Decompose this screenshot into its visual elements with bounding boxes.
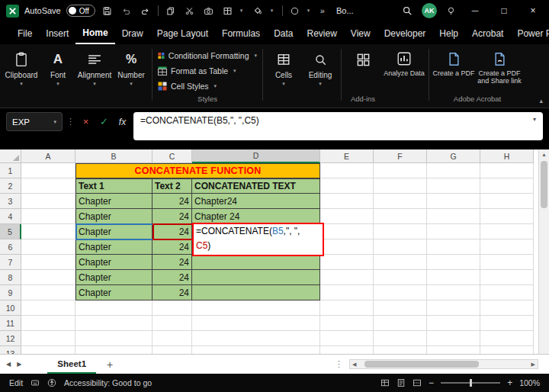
cell-F2[interactable] — [374, 178, 427, 194]
cell-F3[interactable] — [374, 194, 427, 209]
cell-C4[interactable]: 24 — [152, 209, 192, 224]
chevron-down-icon[interactable]: ▾ — [307, 8, 313, 14]
macro-record-icon[interactable] — [30, 378, 40, 387]
sheet-nav-right-icon[interactable]: ▶ — [17, 361, 21, 368]
cell-H10[interactable] — [480, 300, 534, 316]
cell-A10[interactable] — [21, 300, 75, 316]
cell-G4[interactable] — [427, 209, 480, 224]
cell-B2[interactable]: Text 1 — [75, 178, 152, 194]
chevron-down-icon[interactable]: ▾ — [271, 8, 277, 14]
cell-H12[interactable] — [480, 331, 534, 346]
cell-H9[interactable] — [480, 285, 534, 300]
row-header-1[interactable]: 1 — [0, 163, 21, 178]
editing-cell-D5[interactable]: =CONCATENATE(B5,", ", C5) — [192, 223, 324, 256]
font-group-button[interactable]: A Font ▾ — [40, 47, 76, 103]
cell-G3[interactable] — [427, 194, 480, 209]
cell-H4[interactable] — [480, 209, 534, 224]
editing-group-button[interactable]: Editing ▾ — [302, 47, 339, 103]
menu-data[interactable]: Data — [267, 23, 300, 43]
row-header-3[interactable]: 3 — [0, 194, 21, 209]
sheet-nav-left-icon[interactable]: ◀ — [6, 361, 11, 368]
cell-B8[interactable]: Chapter — [75, 270, 152, 285]
format-as-table-button[interactable]: Format as Table ▾ — [155, 63, 260, 79]
zoom-in-button[interactable]: + — [507, 378, 512, 388]
collapse-ribbon-icon[interactable]: ▴ — [539, 97, 543, 104]
page-break-view-icon[interactable] — [413, 378, 422, 387]
cell-H13[interactable] — [480, 346, 534, 354]
row-header-6[interactable]: 6 — [0, 239, 21, 255]
circle-tool-icon[interactable] — [288, 3, 302, 18]
cell-C10[interactable] — [152, 300, 192, 316]
row-header-13[interactable]: 13 — [0, 346, 21, 354]
row-header-11[interactable]: 11 — [0, 316, 21, 331]
cell-A4[interactable] — [21, 209, 75, 224]
vertical-scrollbar[interactable]: ▲ — [538, 149, 549, 354]
cell-H3[interactable] — [480, 194, 534, 209]
sheetbar-options-icon[interactable]: ⋮ — [335, 359, 343, 369]
menu-draw[interactable]: Draw — [115, 23, 150, 43]
cell-H6[interactable] — [480, 239, 534, 255]
lightbulb-icon[interactable] — [446, 6, 456, 16]
cell-E11[interactable] — [320, 316, 374, 331]
cell-F1[interactable] — [374, 163, 427, 178]
sheet-tab-sheet1[interactable]: Sheet1 — [47, 355, 96, 374]
cell-G13[interactable] — [427, 346, 480, 354]
cell-B9[interactable]: Chapter — [75, 285, 152, 300]
cell-C3[interactable]: 24 — [152, 194, 192, 209]
cell-E3[interactable] — [320, 194, 374, 209]
cell-F4[interactable] — [374, 209, 427, 224]
cell-G10[interactable] — [427, 300, 480, 316]
scroll-right-icon[interactable]: ▶ — [529, 361, 538, 368]
vertical-scroll-thumb[interactable] — [541, 161, 547, 208]
cell-H8[interactable] — [480, 270, 534, 285]
cell-F7[interactable] — [374, 255, 427, 270]
menu-file[interactable]: File — [11, 23, 39, 43]
menu-power-pivot[interactable]: Power Pivot — [510, 23, 549, 43]
number-group-button[interactable]: % Number ▾ — [113, 47, 149, 103]
column-header-A[interactable]: A — [21, 149, 75, 163]
cell-C2[interactable]: Text 2 — [152, 178, 192, 194]
cell-C7[interactable]: 24 — [152, 255, 192, 270]
cell-B10[interactable] — [75, 300, 152, 316]
menu-page-layout[interactable]: Page Layout — [150, 23, 215, 43]
cell-F13[interactable] — [374, 346, 427, 354]
cell-A1[interactable] — [21, 163, 75, 178]
cell-D10[interactable] — [192, 300, 320, 316]
row-header-4[interactable]: 4 — [0, 209, 21, 224]
chevron-down-icon[interactable]: ▾ — [240, 8, 246, 14]
cell-C6[interactable]: 24 — [152, 239, 192, 255]
merged-title-cell-B1-D1[interactable]: CONCATENATE FUNCTION — [75, 163, 320, 178]
fill-color-icon[interactable] — [252, 3, 265, 18]
cell-B7[interactable]: Chapter — [75, 255, 152, 270]
cell-C11[interactable] — [152, 316, 192, 331]
row-header-12[interactable]: 12 — [0, 331, 21, 346]
cell-A9[interactable] — [21, 285, 75, 300]
cell-G11[interactable] — [427, 316, 480, 331]
cell-C8[interactable]: 24 — [152, 270, 192, 285]
autosave-toggle[interactable]: Off — [66, 5, 95, 17]
row-header-7[interactable]: 7 — [0, 255, 21, 270]
cell-E2[interactable] — [320, 178, 374, 194]
cell-A2[interactable] — [21, 178, 75, 194]
cell-E5[interactable] — [320, 224, 374, 239]
row-header-2[interactable]: 2 — [0, 178, 21, 194]
cancel-button[interactable]: × — [79, 112, 93, 131]
cell-A5[interactable] — [21, 224, 75, 239]
cell-E7[interactable] — [320, 255, 374, 270]
clipboard-group-button[interactable]: Clipboard ▾ — [3, 47, 40, 103]
cell-G9[interactable] — [427, 285, 480, 300]
table-icon[interactable] — [221, 3, 235, 18]
insert-function-button[interactable]: fx — [115, 112, 130, 131]
cell-B6[interactable]: Chapter — [75, 239, 152, 255]
name-box[interactable]: EXP ▾ — [6, 112, 63, 131]
column-header-G[interactable]: G — [427, 149, 480, 163]
cell-F9[interactable] — [374, 285, 427, 300]
cell-E1[interactable] — [320, 163, 374, 178]
undo-icon[interactable] — [120, 3, 133, 18]
cell-D12[interactable] — [192, 331, 320, 346]
cell-C12[interactable] — [152, 331, 192, 346]
analyze-data-button[interactable]: Analyze Data — [382, 47, 426, 103]
cell-E13[interactable] — [320, 346, 374, 354]
column-header-D[interactable]: D — [192, 149, 320, 163]
redo-icon[interactable] — [139, 3, 152, 18]
